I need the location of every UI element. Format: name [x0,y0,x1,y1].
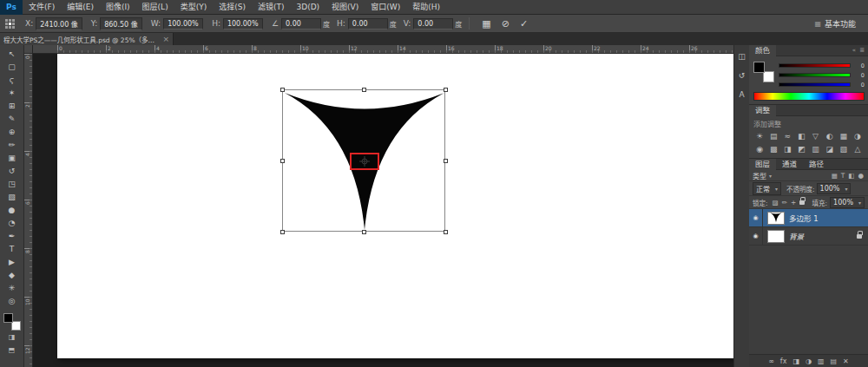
color-lookup-icon[interactable]: ◨ [780,144,794,154]
blend-mode-select[interactable]: 正常 ▾ [753,182,781,195]
layer-effects-icon[interactable]: fx [780,357,787,365]
menu-item[interactable]: 图层(L) [136,0,174,15]
menu-item[interactable]: 图像(I) [100,0,136,15]
filter-type-layers-icon[interactable]: T [840,172,846,180]
new-layer-icon[interactable]: ▤ [831,357,838,365]
field-value[interactable]: 100.00% [223,18,263,29]
hue-saturation-icon[interactable]: ◐ [823,131,837,141]
commit-transform-button[interactable]: ✓ [515,18,533,29]
collapsed-history-icon[interactable]: ↺ [736,69,748,82]
brush-tool[interactable]: ✏ [3,139,22,151]
type-tool[interactable]: T [3,243,22,255]
color-slider-bar[interactable] [779,82,851,87]
workspace-switcher[interactable]: ▦ 基本功能 [807,18,863,29]
layer-group-icon[interactable]: ▥ [818,357,825,365]
field-value[interactable]: 0.00 [281,18,321,29]
collapsed-character-icon[interactable]: A [736,88,748,101]
menu-item[interactable]: 窗口(W) [365,0,406,15]
adjustment-layer-icon[interactable]: ◑ [806,357,812,365]
pen-tool[interactable]: ✒ [3,230,22,242]
posterize-icon[interactable]: ▥ [809,144,823,154]
menu-item[interactable]: 3D(D) [290,0,326,15]
curves-icon[interactable]: ≈ [780,131,794,141]
panel-foreground-swatch[interactable] [753,62,765,73]
visibility-eye-icon[interactable]: ◉ [749,227,763,245]
transform-handle-top-right[interactable] [444,88,448,92]
color-slider-bar[interactable] [779,73,851,77]
filter-smart-objects-icon[interactable]: ● [857,172,865,180]
photo-filter-icon[interactable]: ◉ [753,144,766,154]
layer-row-background[interactable]: ◉ 背景 [749,227,868,246]
lock-pixels-icon[interactable]: ✏ [780,199,789,206]
field-value[interactable]: 0.00 [413,18,453,29]
reference-point-locator[interactable] [5,19,15,29]
close-tab-icon[interactable]: × [162,35,169,43]
tab-color[interactable]: 颜色 [749,45,776,56]
transform-handle-top-left[interactable] [280,88,285,92]
filter-pixel-layers-icon[interactable]: ▦ [831,172,838,180]
tab-adjustments[interactable]: 调整 [749,105,776,116]
cancel-transform-button[interactable]: ⊘ [496,18,515,29]
quick-selection-tool[interactable]: ✶ [3,87,22,99]
color-balance-icon[interactable]: ▦ [837,131,851,141]
collapsed-properties-icon[interactable]: ◫ [736,50,748,62]
move-tool[interactable]: ↖ [3,48,22,60]
color-slider-bar[interactable] [779,63,851,68]
layer-thumbnail[interactable] [767,212,785,225]
hand-tool[interactable]: ✳ [3,282,22,294]
fill-select[interactable]: 100% ▾ [830,197,865,208]
height-field[interactable]: H: 100.00% [212,18,265,29]
crop-tool[interactable]: ⊞ [3,100,22,112]
healing-brush-tool[interactable]: ⊕ [3,126,22,138]
tab-channels[interactable]: 通道 [776,159,803,170]
document-tab[interactable]: 程大大学PS之——几何形状工具.psd @ 25%（多边形 1, RGB/8) … [0,33,174,45]
v-skew-field[interactable]: V: 0.00 度 [404,18,462,29]
menu-item[interactable]: 文件(F) [23,0,61,15]
layer-name[interactable]: 多边形 1 [789,213,864,223]
path-selection-tool[interactable]: ▶ [3,256,22,268]
menu-item[interactable]: 帮助(H) [406,0,446,15]
black-white-icon[interactable]: ◑ [851,131,865,141]
shape-tool[interactable]: ◆ [3,269,22,281]
width-field[interactable]: W: 100.00% [151,18,205,29]
gradient-tool[interactable]: ▧ [3,191,22,203]
eraser-tool[interactable]: ◳ [3,178,22,190]
angle-field[interactable]: ∠ 0.00 度 [272,18,330,29]
selective-color-icon[interactable]: △ [851,144,865,154]
lock-all-icon[interactable] [799,200,805,205]
field-value[interactable]: 100.00% [163,18,203,29]
lasso-tool[interactable]: ϛ [3,74,22,86]
lock-transparency-icon[interactable]: ▨ [771,199,780,206]
transform-handle-middle-left[interactable] [280,159,285,163]
menu-item[interactable]: 选择(S) [213,0,252,15]
document-canvas[interactable] [57,54,733,358]
chevron-down-icon[interactable]: ▾ [769,173,772,179]
eyedropper-tool[interactable]: ✎ [3,113,22,125]
exposure-icon[interactable]: ◧ [794,131,808,141]
blue-slider[interactable]: 0 [779,80,865,89]
quick-mask-button[interactable]: ◨ [3,331,22,343]
layer-row-polygon[interactable]: ◉ 多边形 1 [749,209,868,227]
x-field[interactable]: X: 2410.00 像 [25,17,84,30]
opacity-select[interactable]: 100% ▾ [817,183,852,194]
history-brush-tool[interactable]: ↺ [3,165,22,177]
field-value[interactable]: 0.00 [348,18,388,29]
menu-item[interactable]: 类型(Y) [174,0,214,15]
brightness-contrast-icon[interactable]: ☀ [753,131,766,141]
collapse-panel-icon[interactable]: « [852,47,856,54]
tab-paths[interactable]: 路径 [803,159,830,170]
h-skew-field[interactable]: H: 0.00 度 [337,18,397,29]
transform-bounding-box[interactable] [282,89,445,232]
color-swatch-widget[interactable] [3,313,21,331]
foreground-color-swatch[interactable] [3,313,13,323]
zoom-tool[interactable]: ◎ [3,295,22,307]
transform-handle-bottom-left[interactable] [280,230,285,234]
dodge-tool[interactable]: ◔ [3,217,22,229]
filter-shape-layers-icon[interactable]: ◧ [847,172,855,180]
color-slider-value[interactable]: 0 [853,82,865,88]
threshold-icon[interactable]: ◪ [823,144,837,154]
y-field[interactable]: Y: 860.50 像 [91,17,144,30]
levels-icon[interactable]: ▤ [766,131,780,141]
tab-layers[interactable]: 图层 [749,159,776,170]
screen-mode-button[interactable]: ⬒ [3,344,22,356]
